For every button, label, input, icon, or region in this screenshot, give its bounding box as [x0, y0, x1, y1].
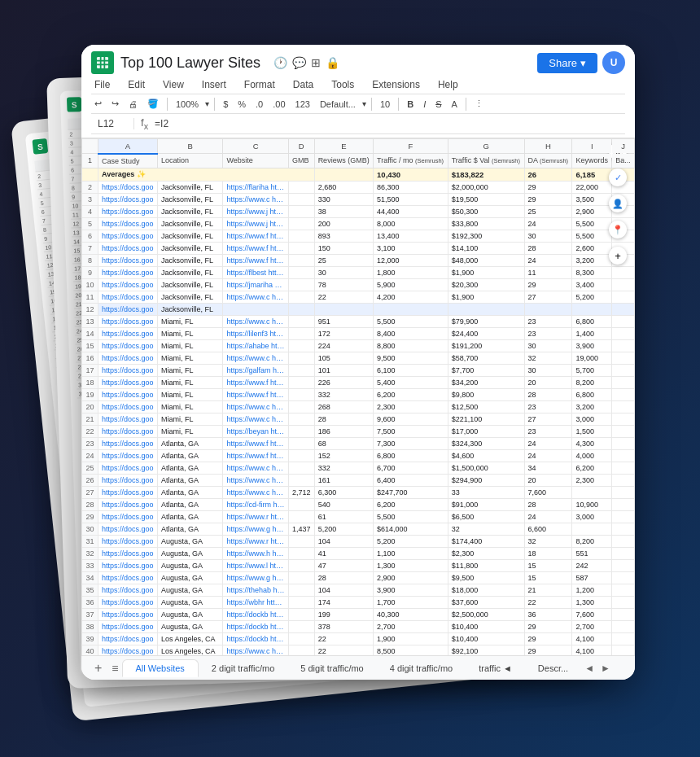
- comment-icon[interactable]: 💬: [292, 56, 306, 69]
- data-cell: https://dockb https://maps...: [223, 620, 288, 632]
- tab-4digit[interactable]: 4 digit traffic/mo: [377, 660, 466, 676]
- data-cell: [288, 510, 314, 523]
- data-cell: 161: [314, 474, 373, 486]
- grid-icon[interactable]: ⊞: [311, 56, 321, 69]
- menu-view[interactable]: View: [160, 77, 187, 92]
- add-icon[interactable]: +: [609, 247, 627, 265]
- toolbar-more[interactable]: ⋮: [471, 97, 487, 111]
- toolbar-fontsize[interactable]: 10: [377, 98, 393, 111]
- add-sheet-icon[interactable]: +: [88, 661, 108, 676]
- data-cell: [288, 449, 314, 462]
- data-cell: [288, 327, 314, 339]
- tab-descr[interactable]: Descr...: [525, 660, 581, 676]
- data-cell: Jacksonville, FL: [157, 193, 222, 205]
- spreadsheet-window: Top 100 Lawyer Sites 🕐 💬 ⊞ 🔒 Share ▾ U: [81, 45, 635, 680]
- menu-data[interactable]: Data: [290, 77, 317, 92]
- data-cell: Atlanta, GA: [157, 449, 222, 462]
- data-cell: [288, 388, 314, 400]
- menu-extensions[interactable]: Extensions: [369, 77, 423, 92]
- toolbar-currency[interactable]: $: [220, 98, 231, 111]
- data-cell: 224: [314, 339, 373, 352]
- table-row: 6https://docs.gooJacksonville, FLhttps:/…: [82, 230, 635, 242]
- tab-traffic[interactable]: traffic ◄: [466, 660, 525, 676]
- zoom-chevron[interactable]: ▾: [205, 99, 209, 108]
- toolbar-zoom[interactable]: 100%: [173, 98, 202, 111]
- data-cell: https://cd-firm https://maps...: [223, 498, 288, 510]
- data-cell: 29: [524, 620, 572, 632]
- data-cell: [612, 510, 635, 523]
- data-cell: [612, 486, 635, 498]
- toolbar-undo[interactable]: ↩: [91, 97, 105, 111]
- data-cell: [288, 474, 314, 486]
- menu-format[interactable]: Format: [241, 77, 278, 92]
- toolbar-123[interactable]: 123: [292, 98, 313, 111]
- toolbar-decimal1[interactable]: .0: [252, 98, 266, 111]
- toolbar-redo[interactable]: ↪: [108, 97, 122, 111]
- tabs-prev[interactable]: ◄: [581, 663, 597, 674]
- data-cell: $2,500,000: [448, 608, 524, 620]
- toolbar-italic[interactable]: I: [420, 98, 429, 111]
- cell-reference[interactable]: L12: [98, 118, 134, 129]
- history-icon[interactable]: 🕐: [273, 56, 287, 69]
- tab-5digit[interactable]: 5 digit traffic/mo: [287, 660, 376, 676]
- data-cell: 2,900: [374, 571, 448, 584]
- tabs-next[interactable]: ►: [597, 663, 614, 674]
- toolbar-textcolor[interactable]: A: [448, 98, 461, 111]
- toolbar-bold[interactable]: B: [404, 98, 417, 111]
- col-j-header: J: [612, 138, 635, 154]
- data-cell: $221,100: [448, 413, 524, 425]
- data-cell: 186: [314, 425, 373, 437]
- menu-help[interactable]: Help: [435, 77, 462, 92]
- data-cell: 20: [524, 376, 572, 388]
- data-cell: [288, 400, 314, 413]
- data-cell: [612, 596, 635, 608]
- user-avatar[interactable]: U: [602, 51, 625, 74]
- data-cell: 242: [572, 559, 612, 571]
- data-cell: https://www.c https://maps...: [223, 193, 288, 205]
- toolbar-font[interactable]: Default...: [317, 98, 359, 111]
- data-cell: [288, 339, 314, 352]
- maps-icon[interactable]: 📍: [609, 221, 627, 238]
- data-cell: $34,200: [448, 376, 524, 388]
- toolbar-print[interactable]: 🖨: [125, 98, 141, 111]
- toolbar-paint[interactable]: 🪣: [144, 97, 162, 111]
- menu-file[interactable]: File: [91, 77, 113, 92]
- data-cell: $79,900: [448, 315, 524, 327]
- toolbar-strikethrough[interactable]: S: [432, 98, 444, 111]
- data-cell: 6,100: [374, 364, 448, 376]
- table-row: 26https://docs.gooAtlanta, GAhttps://www…: [82, 474, 635, 486]
- data-cell: https://docs.goo: [98, 608, 158, 620]
- contacts-icon[interactable]: 👤: [609, 195, 627, 212]
- data-cell: 23: [524, 425, 572, 437]
- data-cell: 38: [314, 205, 373, 217]
- sheet-menu-icon[interactable]: ≡: [108, 662, 121, 675]
- data-cell: https://dockb https://maps...: [223, 632, 288, 645]
- data-cell: 30: [524, 230, 572, 242]
- menu-insert[interactable]: Insert: [199, 77, 230, 92]
- label-location: Location: [157, 154, 222, 168]
- data-cell: https://docs.goo: [98, 278, 158, 291]
- toolbar-decimal2[interactable]: .00: [269, 98, 288, 111]
- data-cell: 6,800: [374, 449, 448, 462]
- spreadsheet-content: A B C D E F G H I J 1: [81, 138, 635, 655]
- data-cell: https://www.c https://maps...: [223, 291, 288, 303]
- data-cell: [288, 535, 314, 547]
- tab-all-websites[interactable]: All Websites: [122, 659, 199, 677]
- data-cell: $2,300: [448, 547, 524, 559]
- data-cell: 4,100: [572, 645, 612, 655]
- label-website: Website: [223, 154, 288, 168]
- column-label-row: 1 Case Study Location Website GMB Review…: [82, 154, 635, 168]
- tab-2digit[interactable]: 2 digit traffic/mo: [199, 660, 287, 676]
- menu-edit[interactable]: Edit: [125, 77, 148, 92]
- data-cell: 2,900: [572, 205, 612, 217]
- font-chevron[interactable]: ▾: [362, 99, 366, 108]
- data-cell: https://www.f https://maps...: [223, 230, 288, 242]
- data-cell: https://docs.goo: [98, 266, 158, 278]
- toolbar-percent[interactable]: %: [234, 98, 249, 111]
- share-button[interactable]: Share ▾: [537, 53, 597, 73]
- data-cell: 28: [524, 498, 572, 510]
- data-cell: 104: [314, 535, 373, 547]
- lock-icon[interactable]: 🔒: [326, 56, 339, 69]
- menu-tools[interactable]: Tools: [328, 77, 357, 92]
- tasks-icon[interactable]: ✓: [609, 168, 627, 186]
